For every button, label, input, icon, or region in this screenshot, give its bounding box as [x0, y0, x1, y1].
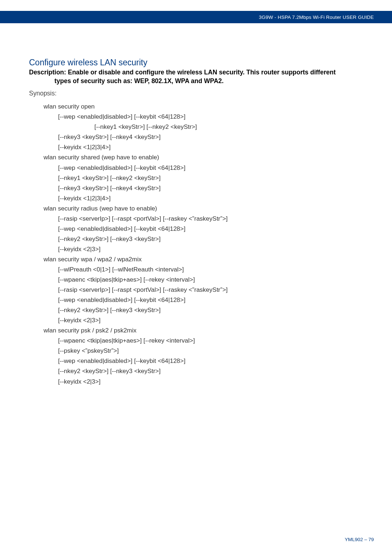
description-line2: types of security such as: WEP, 802.1X, … — [29, 77, 363, 86]
code-line: [--wpaenc <tkip|aes|tkip+aes>] [--rekey … — [44, 275, 363, 285]
code-line: [--wlPreauth <0|1>] [--wlNetReauth <inte… — [44, 265, 363, 275]
description-line1: Enable or disable and configure the wire… — [68, 69, 336, 76]
code-line: [--wpaenc <tkip|aes|tkip+aes>] [--rekey … — [44, 336, 363, 346]
code-line: [--keyidx <2|3>] — [44, 315, 363, 326]
section-title: Configure wireless LAN security — [29, 58, 363, 68]
header-bar: 3G9W - HSPA 7.2Mbps Wi-Fi Router USER GU… — [0, 11, 392, 23]
code-line: [--nkey2 <keyStr>] [--nkey3 <keyStr>] — [44, 234, 363, 244]
description-label: Description: — [29, 69, 66, 76]
code-line: [--keyidx <1|2|3|4>] — [44, 142, 363, 152]
code-line: [--rasip <serverIp>] [--raspt <portVal>]… — [44, 214, 363, 224]
code-line: [--keyidx <2|3>] — [44, 244, 363, 254]
code-line: [--nkey3 <keyStr>] [--nkey4 <keyStr>] — [44, 183, 363, 193]
code-line: [--nkey2 <keyStr>] [--nkey3 <keyStr>] — [44, 305, 363, 315]
synopsis-code: wlan security open[--wep <enabled|disabl… — [29, 102, 363, 387]
code-line: wlan security open — [44, 102, 363, 112]
synopsis-label: Synopsis: — [29, 90, 363, 97]
header-text: 3G9W - HSPA 7.2Mbps Wi-Fi Router USER GU… — [259, 15, 374, 20]
code-line: [--nkey2 <keyStr>] [--nkey3 <keyStr>] — [44, 366, 363, 376]
code-line: [--rasip <serverIp>] [--raspt <portVal>]… — [44, 285, 363, 295]
code-line: wlan security radius (wep have to enable… — [44, 204, 363, 214]
page-footer: YML902 – 79 — [345, 537, 374, 542]
code-line: wlan security wpa / wpa2 / wpa2mix — [44, 254, 363, 265]
code-line: [--wep <enabled|disabled>] [--keybit <64… — [44, 295, 363, 305]
code-line: wlan security psk / psk2 / psk2mix — [44, 326, 363, 336]
code-line: wlan security shared (wep have to enable… — [44, 152, 363, 163]
code-line: [--nkey3 <keyStr>] [--nkey4 <keyStr>] — [44, 132, 363, 142]
code-line: [--keyidx <1|2|3|4>] — [44, 193, 363, 204]
code-line: [--wep <enabled|disabled>] [--keybit <64… — [44, 356, 363, 366]
code-line: [--wep <enabled|disabled>] [--keybit <64… — [44, 224, 363, 234]
description-block: Description: Enable or disable and confi… — [29, 68, 363, 85]
code-line: [--wep <enabled|disabled>] [--keybit <64… — [44, 112, 363, 122]
code-line: [--keyidx <2|3>] — [44, 377, 363, 387]
code-line: [--nkey1 <keyStr>] [--nkey2 <keyStr>] — [44, 122, 363, 132]
code-line: [--nkey1 <keyStr>] [--nkey2 <keyStr>] — [44, 173, 363, 183]
code-line: [--pskey <”pskeyStr”>] — [44, 346, 363, 356]
page-content: Configure wireless LAN security Descript… — [0, 23, 392, 387]
code-line: [--wep <enabled|disabled>] [--keybit <64… — [44, 163, 363, 173]
